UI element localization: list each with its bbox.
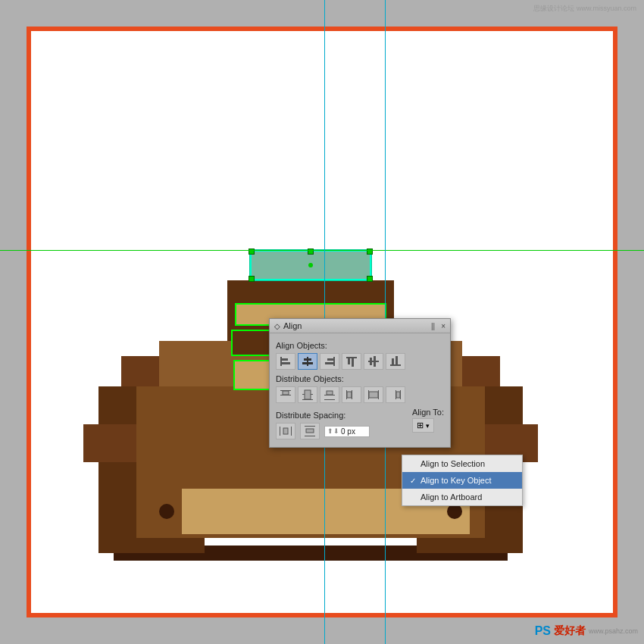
align-center-v-btn[interactable]: [364, 353, 383, 370]
dropdown-item-artboard[interactable]: Align to Artboard: [402, 489, 522, 505]
svg-rect-37: [291, 427, 292, 436]
canvas-area: ◇ Align || × Align Objects:: [0, 0, 644, 644]
guide-horizontal: [0, 250, 644, 251]
check-key-object: ✓: [410, 477, 417, 485]
svg-rect-16: [392, 358, 394, 364]
align-panel-title-text: Align: [283, 321, 302, 330]
distribute-spacing-row: ⬆⬇ 0 px: [276, 423, 370, 439]
ps-url: www.psahz.com: [589, 627, 638, 635]
svg-rect-9: [346, 357, 357, 358]
align-objects-row: [276, 353, 444, 370]
svg-rect-29: [347, 392, 352, 398]
svg-rect-0: [280, 357, 282, 366]
svg-rect-3: [307, 357, 308, 366]
panel-close-btn[interactable]: ×: [441, 322, 445, 330]
svg-rect-26: [327, 391, 333, 395]
svg-rect-1: [282, 358, 288, 361]
svg-rect-20: [283, 391, 289, 395]
align-to-dropdown: Align to Selection ✓ Align to Key Object…: [402, 455, 523, 506]
align-panel: ◇ Align || × Align Objects:: [269, 318, 451, 448]
align-objects-label: Align Objects:: [276, 341, 444, 350]
align-panel-body: Align Objects:: [270, 333, 450, 447]
dist-center-v-btn[interactable]: [364, 386, 383, 403]
panel-controls: || ×: [431, 322, 445, 330]
center-dot-turret: [308, 263, 313, 267]
svg-rect-4: [304, 358, 311, 361]
svg-rect-25: [324, 399, 335, 400]
watermark-top: 思缘设计论坛 www.missyuan.com: [533, 4, 636, 14]
align-to-btn[interactable]: ⊞ ▾: [412, 418, 434, 433]
align-to-icon: ⊞: [417, 420, 424, 430]
svg-rect-6: [333, 357, 335, 366]
dist-space-h-btn[interactable]: [276, 423, 295, 439]
tank-side-left: [83, 424, 136, 462]
distribute-objects-label: Distribute Objects:: [276, 374, 444, 383]
dist-right-btn[interactable]: [386, 386, 405, 403]
align-panel-header[interactable]: ◇ Align || ×: [270, 319, 450, 333]
dropdown-label-key-object: Align to Key Object: [420, 476, 492, 485]
svg-rect-41: [306, 429, 314, 433]
align-panel-title-row: ◇ Align: [274, 321, 302, 330]
align-center-h-btn[interactable]: [298, 353, 317, 370]
svg-rect-14: [374, 356, 376, 367]
align-panel-icon: ◇: [274, 322, 280, 330]
dist-center-h-btn[interactable]: [298, 386, 317, 403]
watermark-text: 思缘设计论坛 www.missyuan.com: [533, 5, 636, 12]
svg-rect-11: [352, 358, 354, 367]
align-right-btn[interactable]: [320, 353, 339, 370]
sel-handle-bl: [249, 276, 255, 282]
align-bottom-btn[interactable]: [386, 353, 405, 370]
svg-rect-10: [348, 358, 350, 364]
spacing-value: 0 px: [341, 427, 355, 436]
tank-bolt-2: [447, 504, 462, 519]
svg-rect-35: [396, 392, 400, 398]
svg-rect-36: [280, 427, 280, 436]
svg-rect-39: [305, 426, 315, 427]
tank-bolt-1: [159, 504, 174, 519]
align-to-chevron: ▾: [426, 422, 430, 430]
dist-top-btn[interactable]: [276, 386, 295, 403]
svg-rect-40: [305, 436, 315, 436]
svg-rect-7: [327, 358, 333, 361]
bottom-logo: PS 爱好者 www.psahz.com: [535, 624, 638, 638]
dist-space-v-btn[interactable]: [300, 423, 320, 439]
panel-expand-btn[interactable]: ||: [431, 322, 435, 330]
dropdown-item-key-object[interactable]: ✓ Align to Key Object: [402, 472, 522, 489]
align-left-btn[interactable]: [276, 353, 295, 370]
dropdown-label-artboard: Align to Artboard: [420, 492, 482, 502]
ps-logo-red: 爱好者: [554, 624, 586, 638]
svg-rect-15: [390, 364, 401, 366]
svg-rect-2: [282, 362, 290, 364]
sel-handle-br: [367, 276, 373, 282]
dist-bottom-btn[interactable]: [320, 386, 339, 403]
svg-rect-8: [325, 362, 333, 364]
dropdown-label-selection: Align to Selection: [420, 459, 485, 468]
svg-rect-32: [369, 392, 378, 398]
svg-rect-17: [395, 356, 398, 364]
distribute-objects-row: [276, 386, 444, 403]
align-top-btn[interactable]: [342, 353, 361, 370]
align-to-label: Align To:: [412, 408, 444, 417]
ps-logo-blue: PS: [535, 624, 551, 638]
dropdown-item-selection[interactable]: Align to Selection: [402, 455, 522, 472]
svg-rect-13: [370, 358, 372, 365]
dist-left-btn[interactable]: [342, 386, 361, 403]
svg-rect-5: [302, 362, 313, 364]
svg-rect-38: [283, 428, 288, 434]
turret-top-selected: [250, 250, 371, 280]
svg-rect-23: [305, 390, 311, 399]
align-to-section: Align To: ⊞ ▾: [412, 408, 444, 433]
distribute-spacing-label: Distribute Spacing:: [276, 411, 370, 420]
